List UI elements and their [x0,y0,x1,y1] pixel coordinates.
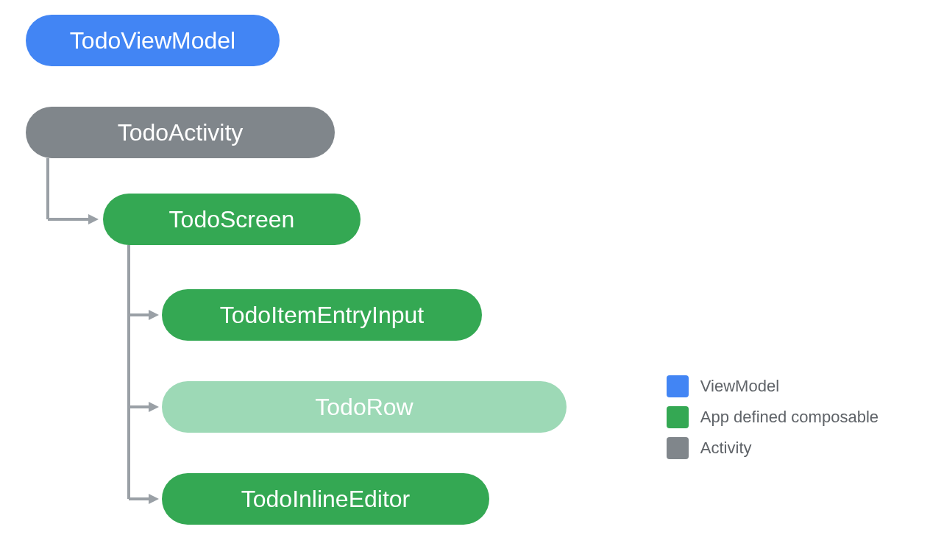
arrow-screen-to-entry-input [125,309,162,324]
node-todo-screen: TodoScreen [103,194,361,245]
architecture-diagram: TodoViewModel TodoActivity TodoScreen To… [0,0,930,560]
arrow-screen-vertical [125,245,132,503]
node-label: TodoInlineEditor [241,486,410,513]
svg-marker-7 [149,402,159,412]
node-label: TodoViewModel [70,27,235,54]
legend-item-composable: App defined composable [667,406,878,428]
node-label: TodoItemEntryInput [220,302,424,329]
node-label: TodoRow [315,394,413,421]
arrow-screen-to-inline-editor [125,493,162,508]
svg-marker-2 [88,214,99,224]
node-label: TodoScreen [169,206,295,233]
node-todo-inline-editor: TodoInlineEditor [162,473,489,525]
node-todo-activity: TodoActivity [26,107,335,158]
legend-label: ViewModel [700,377,779,396]
legend-item-activity: Activity [667,437,878,459]
node-todo-item-entry-input: TodoItemEntryInput [162,289,482,341]
node-todo-row: TodoRow [162,381,567,433]
arrow-screen-to-row [125,401,162,416]
legend-label: App defined composable [700,408,878,427]
legend-label: Activity [700,439,752,458]
svg-marker-5 [149,310,159,320]
legend-swatch-composable [667,406,689,428]
legend: ViewModel App defined composable Activit… [667,375,878,468]
node-label: TodoActivity [118,119,244,146]
svg-marker-9 [149,494,159,504]
legend-item-viewmodel: ViewModel [667,375,878,397]
legend-swatch-activity [667,437,689,459]
node-todo-viewmodel: TodoViewModel [26,15,280,66]
legend-swatch-viewmodel [667,375,689,397]
arrow-activity-to-screen [44,158,103,224]
